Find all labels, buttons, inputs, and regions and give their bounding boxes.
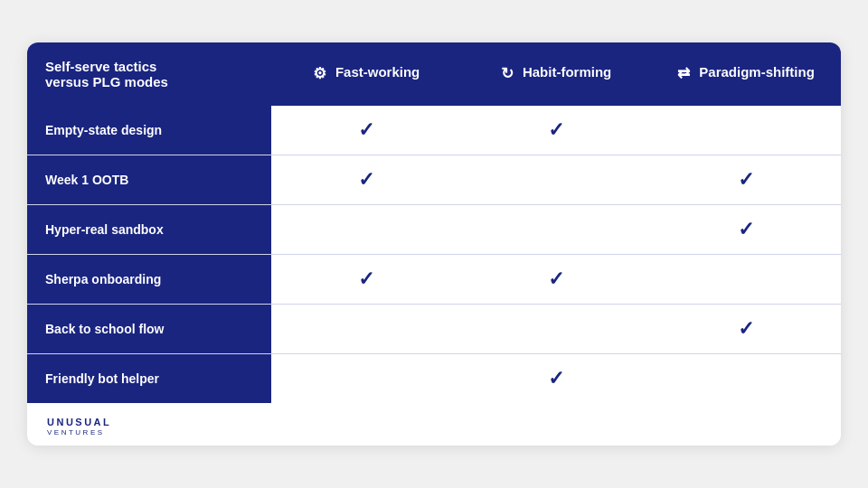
check-cell-fast_working (271, 353, 461, 403)
checkmark-icon: ✓ (738, 168, 754, 191)
check-cell-fast_working: ✓ (271, 254, 461, 304)
checkmark-icon: ✓ (548, 267, 564, 290)
habit-forming-label: Habit-forming (523, 65, 611, 80)
col-header-paradigm-shifting: ⇄ Paradigm-shifting (651, 42, 841, 106)
checkmark-icon: ✓ (738, 317, 754, 340)
checkmark-icon: ✓ (358, 267, 374, 290)
check-cell-paradigm_shifting: ✓ (651, 204, 841, 254)
paradigm-shifting-label: Paradigm-shifting (699, 65, 815, 80)
checkmark-icon: ✓ (548, 367, 564, 389)
table-body: Empty-state design✓✓Week 1 OOTB✓✓Hyper-r… (27, 106, 841, 403)
table-row: Sherpa onboarding✓✓ (27, 254, 841, 304)
check-cell-habit_forming: ✓ (461, 254, 651, 304)
logo-main: UNUSUAL (47, 416, 111, 428)
check-cell-habit_forming: ✓ (461, 106, 651, 155)
checkmark-icon: ✓ (738, 218, 754, 240)
row-label: Friendly bot helper (27, 353, 271, 403)
check-cell-fast_working (271, 204, 461, 254)
check-cell-paradigm_shifting (651, 106, 841, 155)
check-cell-habit_forming (461, 304, 651, 353)
table-row: Empty-state design✓✓ (27, 106, 841, 155)
check-cell-fast_working: ✓ (271, 155, 461, 204)
row-label: Empty-state design (27, 106, 271, 155)
fast-working-icon: ⚙ (313, 65, 326, 82)
table-row: Back to school flow✓ (27, 304, 841, 353)
fast-working-label: Fast-working (335, 65, 420, 80)
col-header-habit-forming: ↻ Habit-forming (461, 42, 651, 106)
check-cell-paradigm_shifting: ✓ (651, 155, 841, 204)
table-row: Friendly bot helper✓ (27, 353, 841, 403)
table-row: Hyper-real sandbox✓ (27, 204, 841, 254)
check-cell-habit_forming (461, 155, 651, 204)
logo-sub: VENTURES (47, 428, 111, 436)
footer-logo: UNUSUAL VENTURES (27, 403, 841, 446)
paradigm-shifting-icon: ⇄ (677, 65, 690, 82)
row-label: Back to school flow (27, 304, 271, 353)
row-label: Hyper-real sandbox (27, 204, 271, 254)
checkmark-icon: ✓ (548, 118, 564, 141)
check-cell-paradigm_shifting (651, 254, 841, 304)
row-label: Sherpa onboarding (27, 254, 271, 304)
habit-forming-icon: ↻ (501, 65, 514, 82)
check-cell-habit_forming (461, 204, 651, 254)
check-cell-paradigm_shifting (651, 353, 841, 403)
tactic-header: Self-serve tacticsversus PLG modes (27, 42, 271, 106)
check-cell-fast_working: ✓ (271, 106, 461, 155)
col-header-fast-working: ⚙ Fast-working (271, 42, 461, 106)
check-cell-paradigm_shifting: ✓ (651, 304, 841, 353)
check-cell-habit_forming: ✓ (461, 353, 651, 403)
checkmark-icon: ✓ (358, 118, 374, 141)
comparison-table: Self-serve tacticsversus PLG modes ⚙ Fas… (27, 42, 841, 403)
table-row: Week 1 OOTB✓✓ (27, 155, 841, 204)
table-header-row: Self-serve tacticsversus PLG modes ⚙ Fas… (27, 42, 841, 106)
checkmark-icon: ✓ (358, 168, 374, 191)
row-label: Week 1 OOTB (27, 155, 271, 204)
check-cell-fast_working (271, 304, 461, 353)
main-card: Self-serve tacticsversus PLG modes ⚙ Fas… (27, 42, 841, 446)
